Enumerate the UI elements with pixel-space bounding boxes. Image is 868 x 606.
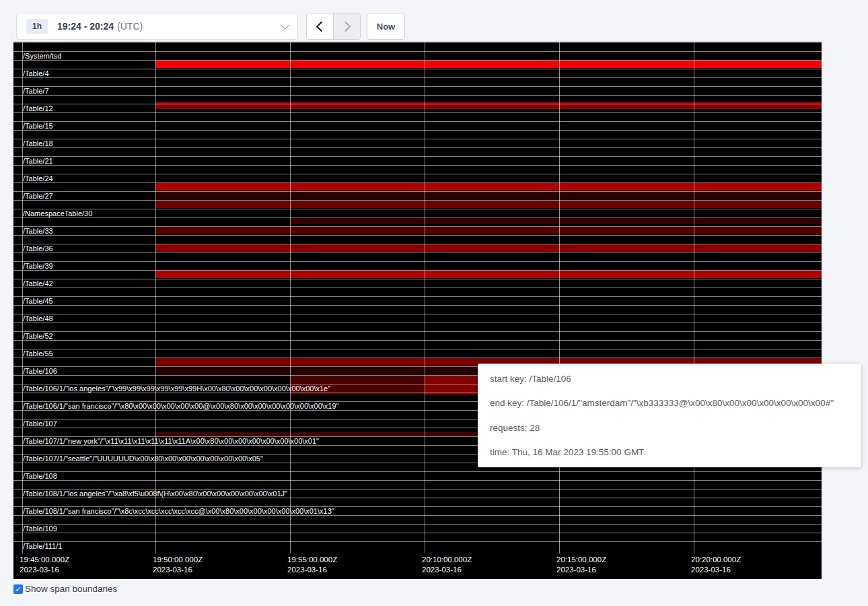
heat-band[interactable] (155, 201, 822, 208)
span-boundary-line (13, 200, 822, 201)
axis-tick-label: 19:55:00.000Z2023-03-16 (287, 555, 337, 575)
span-boundary-line (13, 323, 822, 323)
axis-tick-label: 20:10:00.000Z2023-03-16 (422, 555, 472, 575)
row-label: /Table/107/1/"new york"/"\x11\x11\x11\x1… (23, 436, 319, 445)
range-duration-badge: 1h (26, 19, 48, 34)
heat-band[interactable] (155, 183, 822, 191)
span-boundary-line (13, 471, 822, 472)
axis-tick-label: 19:50:00.000Z2023-03-16 (153, 555, 203, 575)
span-boundary-line (13, 288, 822, 288)
span-boundary-line (13, 121, 822, 122)
span-boundary-line (13, 139, 822, 139)
time-gridline (290, 42, 291, 553)
row-label: /Table/42 (23, 279, 53, 288)
axis-tick-label: 20:20:00.000Z2023-03-16 (691, 555, 741, 575)
heat-band[interactable] (155, 61, 822, 68)
span-boundary-line (13, 209, 822, 209)
heat-band[interactable] (155, 192, 822, 199)
row-label: /Table/18 (23, 139, 53, 147)
span-boundary-line (13, 77, 822, 78)
key-visualizer-heatmap[interactable]: /System/tsd/Table/4/Table/7/Table/12/Tab… (13, 42, 822, 579)
row-label: /Table/21 (23, 156, 53, 165)
span-boundary-line (13, 156, 822, 157)
span-boundary-line (13, 358, 822, 358)
span-boundary-line (13, 86, 822, 87)
row-label: /Table/33 (23, 226, 53, 235)
row-label: /Table/48 (23, 314, 53, 323)
heat-band[interactable] (155, 227, 822, 234)
axis-tick-label: 20:15:00.000Z2023-03-16 (556, 555, 606, 575)
row-label: /Table/55 (23, 349, 53, 358)
span-boundary-line (13, 296, 822, 297)
span-boundary-line (13, 524, 822, 525)
range-nav-group (306, 13, 361, 40)
span-boundary-line (13, 331, 822, 332)
heat-band[interactable] (155, 271, 822, 278)
row-label: /Table/45 (23, 296, 53, 305)
span-boundary-line (13, 533, 822, 533)
show-span-boundaries-row: ✓ Show span boundaries (13, 584, 117, 594)
heat-band[interactable] (155, 102, 822, 109)
row-label: /Table/111/1 (23, 541, 62, 550)
row-label: /Table/108 (23, 471, 57, 480)
row-label: /Table/107/1/"seattle"/"UUUUUUD\x00\x80\… (23, 454, 263, 463)
next-range-button-disabled[interactable] (334, 13, 360, 39)
span-boundary-line (13, 279, 822, 279)
row-label: /NamespaceTable/30 (23, 209, 92, 217)
row-label: /Table/107 (23, 419, 57, 428)
span-boundary-line (13, 191, 822, 192)
now-button[interactable]: Now (367, 13, 405, 40)
range-label: 19:24 - 20:24 (57, 21, 114, 32)
span-boundary-line (13, 217, 822, 218)
row-label: /Table/106 (23, 366, 57, 375)
check-icon: ✓ (15, 585, 21, 593)
span-boundary-line (13, 515, 822, 516)
span-boundary-line (13, 480, 822, 481)
span-boundary-line (13, 42, 822, 43)
span-boundary-line (13, 498, 822, 498)
time-gridline (425, 42, 425, 553)
span-boundary-line (13, 261, 822, 262)
row-label: /Table/4 (23, 69, 49, 77)
tooltip-end-key: end key: /Table/106/1/"amsterdam"/"\xb33… (490, 398, 849, 408)
span-boundary-line (13, 165, 822, 166)
row-label: /Table/52 (23, 331, 53, 340)
heat-band[interactable] (290, 218, 822, 224)
tooltip-start-key: start key: /Table/106 (490, 374, 849, 384)
span-boundary-line (13, 95, 822, 96)
span-boundary-line (13, 182, 822, 183)
row-label: /Table/39 (23, 261, 53, 270)
tooltip-requests: requests: 28 (490, 423, 849, 433)
span-boundary-line (13, 51, 822, 52)
row-label: /Table/27 (23, 191, 53, 200)
chevron-right-icon (340, 21, 351, 32)
chevron-left-icon (316, 21, 327, 32)
row-label: /Table/7 (23, 86, 49, 95)
chevron-down-icon (281, 21, 289, 30)
span-boundary-line (13, 226, 822, 227)
row-label: /Table/108/1/"san francisco"/"\x8c\xcc\x… (23, 506, 334, 515)
span-boundary-line (13, 252, 822, 253)
heat-band[interactable] (155, 244, 822, 252)
time-range-selector[interactable]: 1h 19:24 - 20:24 (UTC) (16, 13, 298, 40)
span-boundary-line (13, 104, 822, 104)
row-label: /Table/106/1/"san francisco"/"\x80\x00\x… (23, 401, 339, 410)
span-boundary-line (13, 340, 822, 341)
row-label: /Table/15 (23, 121, 53, 130)
range-timezone: (UTC) (117, 21, 143, 32)
row-label: /Table/106/1/"los angeles"/"\x99\x99\x99… (23, 384, 330, 393)
show-span-boundaries-checkbox[interactable]: ✓ (13, 584, 23, 594)
time-gridline (155, 42, 156, 553)
tooltip-time: time: Thu, 16 Mar 2023 19:55:00 GMT (490, 447, 849, 457)
span-boundary-line (13, 314, 822, 314)
span-boundary-line (13, 147, 822, 148)
hover-tooltip: start key: /Table/106 end key: /Table/10… (478, 364, 861, 467)
axis-tick-label: 19:45:00.000Z2023-03-16 (20, 555, 69, 575)
span-boundary-line (13, 174, 822, 174)
prev-range-button[interactable] (307, 13, 334, 39)
span-boundary-line (13, 112, 822, 113)
row-label: /Table/108/1/"los angeles"/"\xa8\xf5\u00… (23, 489, 287, 498)
span-boundary-line (13, 270, 822, 271)
span-boundary-line (13, 305, 822, 306)
row-label: /System/tsd (23, 51, 61, 60)
